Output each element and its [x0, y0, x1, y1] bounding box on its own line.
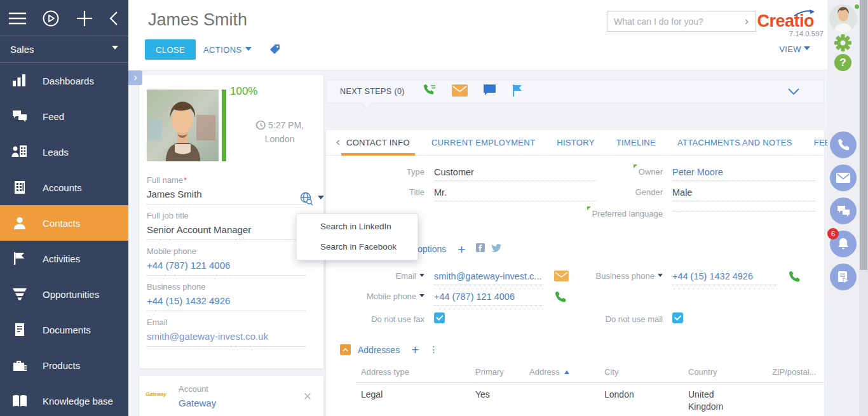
- search-go-icon[interactable]: ›: [738, 12, 756, 30]
- scrollbar-thumb[interactable]: [860, 0, 867, 270]
- call-icon[interactable]: [788, 271, 800, 285]
- comm-type-selector[interactable]: Mobile phone: [339, 291, 424, 302]
- addresses-section-header: Addresses + ⋮: [340, 344, 438, 355]
- tab-history[interactable]: HISTORY: [557, 130, 594, 156]
- chat-button[interactable]: [830, 198, 857, 224]
- column-address-type[interactable]: Address type: [361, 367, 475, 377]
- mobile-phone-link[interactable]: +44 (787) 121 4006: [434, 291, 543, 305]
- sidebar-item-opportunities[interactable]: Opportunities: [0, 276, 128, 312]
- field-value[interactable]: Male: [672, 187, 815, 201]
- add-communication-icon[interactable]: +: [458, 244, 465, 255]
- field-value[interactable]: [672, 208, 815, 211]
- twitter-icon[interactable]: [491, 243, 501, 255]
- tab-timeline[interactable]: TIMELINE: [616, 130, 656, 156]
- globe-search-icon: [299, 192, 313, 206]
- cti-phone-button[interactable]: [830, 131, 857, 158]
- tab-current-employment[interactable]: CURRENT EMPLOYMENT: [431, 130, 535, 156]
- tabs-scroll-left-icon[interactable]: ‹: [336, 135, 340, 149]
- workflow-bar-collapsed[interactable]: [326, 108, 824, 125]
- tab-contact-info[interactable]: CONTACT INFO: [346, 130, 410, 156]
- view-menu-button[interactable]: VIEW: [779, 44, 810, 54]
- task-flag-icon[interactable]: [512, 84, 522, 99]
- contact-photo[interactable]: [147, 90, 219, 161]
- kebab-menu-icon[interactable]: ⋮: [429, 345, 438, 354]
- field-mobile-phone: Mobile phone +44 (787) 121 4006: [147, 246, 306, 276]
- cell-address-type: Legal: [361, 389, 475, 413]
- add-new-icon[interactable]: [76, 10, 93, 27]
- sidebar-item-label: Documents: [43, 325, 91, 335]
- chat-message-icon[interactable]: [483, 84, 496, 99]
- email-link[interactable]: smith@gateway-invest.co.uk: [147, 330, 306, 347]
- actions-label: ACTIONS: [203, 45, 242, 55]
- search-input[interactable]: [607, 17, 738, 27]
- panel-expand-handle[interactable]: ›: [128, 70, 142, 85]
- field-value[interactable]: James Smith: [147, 188, 306, 205]
- owner-link[interactable]: Peter Moore: [672, 166, 815, 181]
- sidebar-item-products[interactable]: Products: [0, 347, 128, 383]
- business-phone-link[interactable]: +44 (15) 1432 4926: [672, 271, 777, 285]
- scrollbar-track[interactable]: [859, 0, 868, 416]
- email-icon[interactable]: [452, 84, 468, 99]
- do-not-use-mail-checkbox[interactable]: [672, 312, 683, 323]
- menu-item-search-linkedin[interactable]: Search in LinkedIn: [297, 217, 417, 237]
- cell-country: United Kingdom: [688, 389, 730, 413]
- settings-gear-icon[interactable]: [834, 34, 852, 55]
- actions-menu-button[interactable]: ACTIONS: [203, 45, 252, 55]
- section-title[interactable]: Addresses: [358, 345, 400, 355]
- social-search-button[interactable]: [299, 192, 324, 206]
- field-value[interactable]: Senior Account Manager: [147, 224, 306, 240]
- column-address[interactable]: Address: [529, 367, 604, 377]
- help-icon[interactable]: ?: [834, 54, 851, 71]
- chevron-right-icon: ›: [133, 72, 137, 83]
- business-phone-link[interactable]: +44 (15) 1432 4926: [147, 295, 306, 311]
- chevron-down-icon: [419, 294, 424, 300]
- flag-icon: [11, 251, 29, 266]
- add-address-icon[interactable]: +: [411, 344, 419, 355]
- tab-attachments-and-notes[interactable]: ATTACHMENTS AND NOTES: [677, 130, 792, 156]
- comm-type-selector[interactable]: Email: [339, 271, 424, 282]
- sidebar: Sales Dashboards Feed Leads Accounts: [0, 0, 128, 416]
- tag-button[interactable]: [269, 43, 281, 58]
- menu-hamburger-icon[interactable]: [9, 12, 26, 25]
- expand-next-steps-icon[interactable]: [788, 86, 799, 97]
- sidebar-item-documents[interactable]: Documents: [0, 312, 128, 347]
- mobile-phone-link[interactable]: +44 (787) 121 4006: [147, 259, 306, 276]
- field-full-name: Full name* James Smith: [147, 175, 306, 205]
- sidebar-nav: Dashboards Feed Leads Accounts Contacts …: [0, 63, 128, 416]
- collapse-sidebar-icon[interactable]: [109, 11, 118, 26]
- close-icon[interactable]: ✕: [303, 390, 312, 403]
- email-button[interactable]: [830, 164, 857, 191]
- user-avatar[interactable]: [829, 4, 857, 32]
- log-call-icon[interactable]: [423, 84, 437, 99]
- collapse-section-icon[interactable]: [340, 344, 351, 355]
- workplace-selector[interactable]: Sales: [0, 36, 128, 62]
- sidebar-item-accounts[interactable]: Accounts: [0, 170, 128, 205]
- field-value[interactable]: Mr.: [434, 187, 596, 201]
- run-process-icon[interactable]: [43, 10, 59, 27]
- sidebar-item-activities[interactable]: Activities: [0, 241, 128, 276]
- send-email-icon[interactable]: [554, 271, 569, 284]
- sidebar-item-dashboards[interactable]: Dashboards: [0, 63, 128, 98]
- sidebar-item-knowledge-base[interactable]: Knowledge base: [0, 383, 128, 416]
- comm-type-selector[interactable]: Business phone: [588, 271, 663, 282]
- facebook-icon[interactable]: [476, 243, 485, 255]
- process-tasks-button[interactable]: [830, 264, 857, 290]
- field-value[interactable]: Customer: [434, 166, 596, 181]
- contact-detail-panel: ‹ CONTACT INFO CURRENT EMPLOYMENT HISTOR…: [326, 130, 824, 416]
- column-primary[interactable]: Primary: [475, 367, 529, 377]
- menu-item-search-facebook[interactable]: Search in Facebook: [297, 237, 417, 257]
- address-row[interactable]: Legal Yes London United Kingdom: [356, 383, 824, 413]
- sidebar-item-feed[interactable]: Feed: [0, 98, 128, 134]
- do-not-use-mail-row: Do not use mail: [588, 312, 683, 325]
- column-city[interactable]: City: [604, 367, 688, 377]
- close-button[interactable]: CLOSE: [145, 39, 196, 60]
- sidebar-item-leads[interactable]: Leads: [0, 134, 128, 170]
- tab-bar: ‹ CONTACT INFO CURRENT EMPLOYMENT HISTOR…: [326, 130, 824, 156]
- sidebar-item-contacts[interactable]: Contacts: [0, 205, 128, 241]
- column-zip[interactable]: ZIP/postal...: [772, 367, 824, 377]
- do-not-use-fax-checkbox[interactable]: [434, 312, 445, 323]
- column-country[interactable]: Country: [688, 367, 772, 377]
- account-link[interactable]: Gateway: [179, 398, 216, 408]
- email-value-link[interactable]: smith@gateway-invest.c...: [434, 271, 543, 285]
- call-icon[interactable]: [554, 291, 566, 305]
